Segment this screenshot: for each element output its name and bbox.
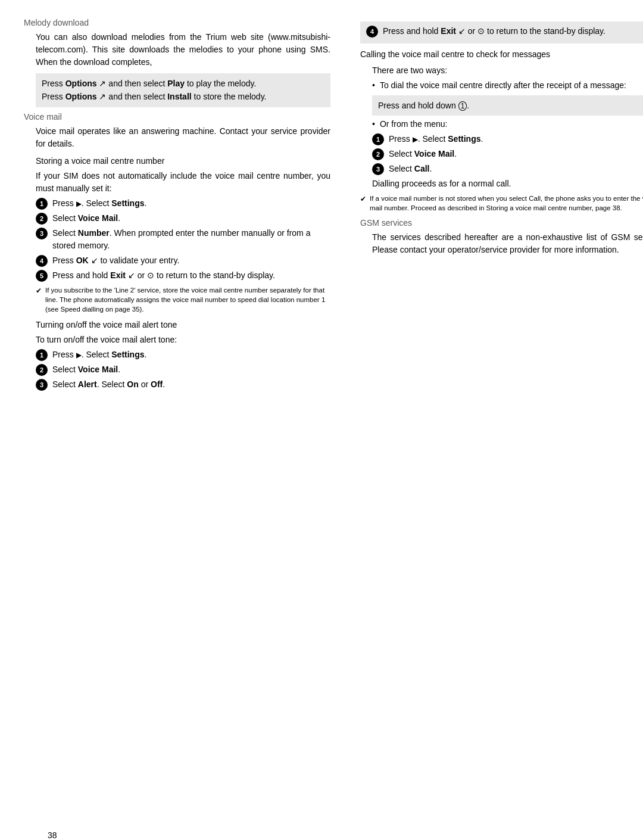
step-4: 4 Press OK ↙ to validate your entry. bbox=[36, 254, 330, 267]
turning-on-off-section: Turning on/off the voice mail alert tone… bbox=[24, 319, 330, 391]
bullet-1-text: To dial the voice mail centre directly a… bbox=[380, 79, 626, 92]
note-text-1: If you subscribe to the 'Line 2' service… bbox=[45, 285, 330, 314]
gsm-services-body: The services described hereafter are a n… bbox=[372, 231, 643, 256]
step-text-4: Press OK ↙ to validate your entry. bbox=[52, 254, 330, 267]
step-num-1: 1 bbox=[36, 198, 48, 210]
note-icon-1: ✔ bbox=[36, 286, 42, 295]
step-3: 3 Select Number. When prompted enter the… bbox=[36, 227, 330, 252]
step-num-3: 3 bbox=[36, 228, 48, 239]
calling-step-num-2: 2 bbox=[372, 148, 384, 160]
melody-download-title: Melody download bbox=[24, 18, 330, 27]
step-2: 2 Select Voice Mail. bbox=[36, 212, 330, 225]
dialling-text: Dialling proceeds as for a normal call. bbox=[372, 178, 643, 190]
melody-download-highlight: Press Options ↗ and then select Play to … bbox=[36, 73, 330, 107]
voice-mail-title: Voice mail bbox=[24, 112, 330, 122]
voice-mail-note: ✔ If you subscribe to the 'Line 2' servi… bbox=[36, 285, 330, 314]
turning-step-text-3: Select Alert. Select On or Off. bbox=[52, 378, 330, 391]
turning-step-1: 1 Press ▶. Select Settings. bbox=[36, 349, 330, 361]
turning-step-num-2: 2 bbox=[36, 364, 48, 376]
turning-title: Turning on/off the voice mail alert tone bbox=[36, 319, 330, 331]
gsm-services-title: GSM services bbox=[360, 218, 643, 228]
step-num-5: 5 bbox=[36, 270, 48, 282]
bullet-dot-2: • bbox=[372, 118, 375, 130]
turning-step-num-3: 3 bbox=[36, 379, 48, 391]
bullet-1: • To dial the voice mail centre directly… bbox=[372, 79, 643, 92]
calling-step-2: 2 Select Voice Mail. bbox=[372, 148, 643, 160]
note-text-2: If a voice mail number is not stored whe… bbox=[370, 194, 643, 213]
turning-step-num-1: 1 bbox=[36, 349, 48, 361]
gsm-services-section: GSM services The services described here… bbox=[360, 218, 643, 256]
page-number: 38 bbox=[48, 830, 57, 840]
step-text-5: Press and hold Exit ↙ or ⊙ to return to … bbox=[52, 269, 330, 282]
storing-body: If your SIM does not automatically inclu… bbox=[36, 170, 330, 195]
calling-step-3: 3 Select Call. bbox=[372, 163, 643, 175]
melody-download-body: You can also download melodies from the … bbox=[36, 31, 330, 69]
turning-step-text-1: Press ▶. Select Settings. bbox=[52, 349, 330, 361]
calling-step-text-2: Select Voice Mail. bbox=[389, 148, 643, 160]
turning-step-3: 3 Select Alert. Select On or Off. bbox=[36, 378, 330, 391]
right-step-text-4: Press and hold Exit ↙ or ⊙ to return to … bbox=[383, 25, 643, 38]
calling-step-1: 1 Press ▶. Select Settings. bbox=[372, 133, 643, 145]
step-text-3: Select Number. When prompted enter the n… bbox=[52, 227, 330, 252]
melody-download-section: Melody download You can also download me… bbox=[24, 18, 330, 107]
calling-step-text-3: Select Call. bbox=[389, 163, 643, 175]
step-5: 5 Press and hold Exit ↙ or ⊙ to return t… bbox=[36, 269, 330, 282]
calling-voicemail-section: Calling the voice mail centre to check f… bbox=[360, 48, 643, 213]
step-1: 1 Press ▶. Select Settings. bbox=[36, 197, 330, 210]
step-text-2: Select Voice Mail. bbox=[52, 212, 330, 225]
turning-steps: 1 Press ▶. Select Settings. 2 Select Voi… bbox=[36, 349, 330, 391]
bullet-2-text: Or from the menu: bbox=[380, 118, 448, 130]
calling-step-num-1: 1 bbox=[372, 133, 384, 145]
right-step4-highlight: 4 Press and hold Exit ↙ or ⊙ to return t… bbox=[360, 21, 643, 43]
step-num-2: 2 bbox=[36, 213, 48, 225]
two-ways-text: There are two ways: bbox=[372, 64, 643, 77]
note-icon-2: ✔ bbox=[360, 194, 366, 204]
right-step-4: 4 Press and hold Exit ↙ or ⊙ to return t… bbox=[366, 25, 643, 38]
calling-steps: 1 Press ▶. Select Settings. 2 Select Voi… bbox=[372, 133, 643, 175]
voice-mail-section: Voice mail Voice mail operates like an a… bbox=[24, 112, 330, 314]
voice-mail-body: Voice mail operates like an answering ma… bbox=[36, 125, 330, 150]
right-step-num-4: 4 bbox=[366, 26, 378, 38]
bullet-2: • Or from the menu: bbox=[372, 118, 643, 130]
turning-body: To turn on/off the voice mail alert tone… bbox=[36, 334, 330, 346]
step-text-1: Press ▶. Select Settings. bbox=[52, 197, 330, 210]
calling-step-text-1: Press ▶. Select Settings. bbox=[389, 133, 643, 145]
turning-step-2: 2 Select Voice Mail. bbox=[36, 363, 330, 376]
left-column: Melody download You can also download me… bbox=[24, 18, 336, 396]
step-num-4: 4 bbox=[36, 255, 48, 267]
hold-down-highlight: Press and hold down 1. bbox=[372, 95, 643, 116]
calling-voicemail-title: Calling the voice mail centre to check f… bbox=[360, 48, 643, 61]
turning-step-text-2: Select Voice Mail. bbox=[52, 363, 330, 376]
storing-title: Storing a voice mail centre number bbox=[36, 155, 330, 167]
right-column: 4 Press and hold Exit ↙ or ⊙ to return t… bbox=[354, 18, 643, 396]
bullet-dot-1: • bbox=[372, 79, 375, 92]
calling-note: ✔ If a voice mail number is not stored w… bbox=[360, 194, 643, 213]
calling-step-num-3: 3 bbox=[372, 163, 384, 175]
storing-steps: 1 Press ▶. Select Settings. 2 Select Voi… bbox=[36, 197, 330, 282]
